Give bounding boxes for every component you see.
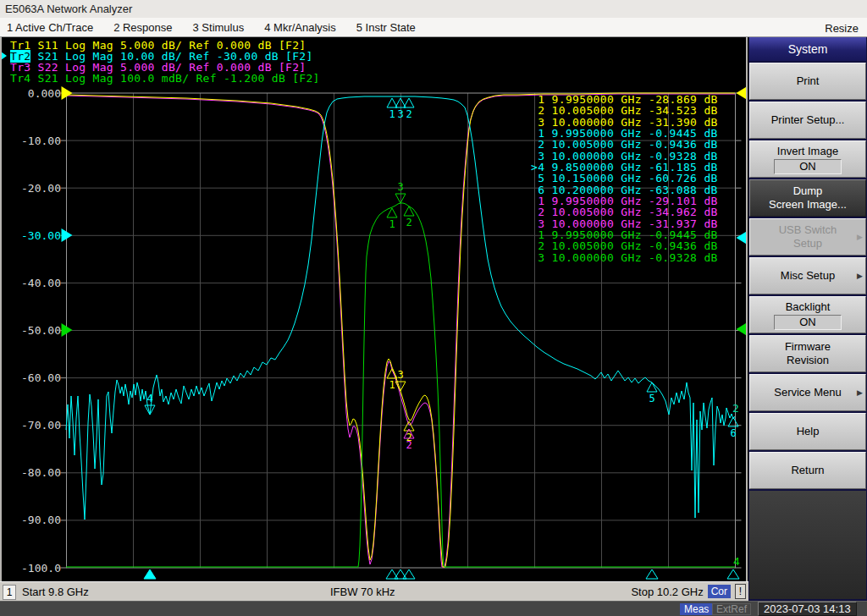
alert-badge[interactable]: ! (735, 584, 746, 599)
softkey-label: Screen Image... (769, 198, 847, 212)
marker-triangle-icon (404, 206, 414, 216)
marker-number: 2 (406, 439, 411, 451)
marker-stimulus-indicator (403, 569, 415, 579)
y-axis-label: 0.000 (28, 87, 61, 100)
marker-table-row: 3 10.000000 GHz -31.390 dB (531, 117, 718, 128)
marker-number: 6 (730, 427, 736, 439)
resize-button[interactable]: Resize (825, 22, 859, 35)
marker-table-row: 2 10.005000 GHz -0.9436 dB (531, 139, 718, 150)
marker-stimulus-indicator (386, 569, 398, 579)
marker-tr2-1: 1 (387, 98, 397, 120)
softkey-service-menu[interactable]: Service Menu▶ (749, 374, 866, 411)
softkey-label: Backlight (786, 300, 831, 314)
softkey-menu-title: System (749, 37, 866, 61)
softkey-invert-image[interactable]: Invert ImageON (749, 140, 866, 178)
softkey-misc-setup[interactable]: Misc Setup▶ (749, 257, 866, 294)
y-axis-label: -10.00 (21, 135, 61, 147)
softkey-print[interactable]: Print (749, 63, 866, 100)
softkey-return[interactable]: Return (749, 452, 866, 489)
marker-stimulus-indicator (144, 569, 156, 579)
marker-number: 1 (389, 108, 395, 120)
marker-table-row: 6 10.200000 GHz -63.088 dB (531, 184, 718, 195)
softkey-printer-setup[interactable]: Printer Setup... (749, 102, 866, 139)
marker-table-row: 2 10.005000 GHz -34.962 dB (531, 206, 718, 217)
y-axis-label: -100.0 (21, 562, 61, 575)
softkey-label: USB Switch (779, 223, 837, 237)
marker-stimulus-indicator (646, 569, 658, 579)
marker-table-row: 3 10.000000 GHz -0.9328 dB (531, 151, 718, 162)
marker-tr4-1: 1 (387, 208, 397, 230)
screen-border-right (746, 37, 748, 581)
marker-table: 1 9.9950000 GHz -28.869 dB 2 10.005000 G… (531, 94, 718, 263)
window-title: E5063A Network Analyzer (5, 3, 132, 15)
submenu-arrow-icon: ▶ (857, 230, 863, 244)
extref-status-badge: ExtRef (712, 603, 751, 615)
y-axis-label: -20.00 (21, 182, 61, 195)
y-axis-label: -60.00 (21, 371, 61, 384)
e5063a-window: E5063A Network Analyzer 1 Active Ch/Trac… (0, 0, 867, 616)
y-axis-label: -50.00 (21, 324, 61, 337)
y-axis-label: -80.00 (21, 466, 61, 479)
edge-marker-number: 4 (733, 555, 740, 568)
marker-tr2-2: 2 (404, 98, 414, 120)
softkey-filler (749, 491, 866, 599)
menu-stimulus[interactable]: 3 Stimulus (193, 21, 245, 34)
marker-table-row: 1 9.9950000 GHz -28.869 dB (531, 94, 718, 105)
marker-triangle-icon (647, 382, 657, 392)
marker-tr4-2: 2 (404, 206, 414, 228)
softkey-label: Revision (787, 354, 829, 367)
title-bar: E5063A Network Analyzer (0, 0, 867, 18)
instrument-status-bar: Meas ExtRef 2023-07-03 14:13 (0, 601, 867, 616)
marker-triangle-icon (404, 98, 414, 107)
marker-number: 1 (389, 379, 395, 391)
marker-stimulus-indicator (727, 569, 739, 579)
softkey-label: Firmware (785, 340, 831, 354)
softkey-label: Invert Image (777, 145, 838, 158)
marker-table-row: 3 10.000000 GHz -31.937 dB (531, 218, 718, 229)
marker-number: 1 (389, 218, 395, 230)
marker-table-row: >4 9.8500000 GHz -61.185 dB (531, 162, 718, 173)
trace-id-tr4[interactable]: Tr4 (10, 72, 30, 85)
edge-marker-number: 2 (732, 402, 739, 415)
menu-instr-state[interactable]: 5 Instr State (356, 21, 416, 34)
marker-table-row: 1 9.9950000 GHz -0.9445 dB (531, 128, 718, 139)
menu-mkr-analysis[interactable]: 4 Mkr/Analysis (264, 21, 336, 34)
stop-frequency-label: Stop 10.2 GHz (631, 586, 703, 598)
menu-response[interactable]: 2 Response (113, 21, 172, 34)
marker-triangle-icon (387, 208, 397, 217)
menu-bar: 1 Active Ch/Trace2 Response3 Stimulus4 M… (0, 18, 867, 37)
submenu-arrow-icon: ▶ (857, 386, 863, 399)
marker-number: 2 (406, 108, 411, 120)
softkey-label: Misc Setup (781, 269, 835, 283)
marker-number: 3 (397, 108, 403, 120)
marker-table-row: 5 10.150000 GHz -60.726 dB (531, 173, 718, 184)
trace-params: S21 Log Mag 100.0 mdB/ Ref -1.200 dB [F2… (30, 72, 319, 85)
softkey-label: Service Menu (774, 386, 841, 399)
softkey-toggle-state: ON (774, 159, 842, 174)
softkey-firmware-revision[interactable]: FirmwareRevision (749, 335, 866, 372)
marker-table-row: 1 9.9950000 GHz -0.9445 dB (531, 229, 718, 240)
submenu-arrow-icon: ▶ (857, 269, 863, 283)
y-axis-label: -90.00 (21, 514, 61, 526)
analyzer-screen: 0.000-10.00-20.00-30.00-40.00-50.00-60.0… (0, 37, 748, 581)
marker-number: 2 (406, 217, 411, 228)
ifbw-label: IFBW 70 kHz (330, 586, 395, 598)
menu-active-ch-trace[interactable]: 1 Active Ch/Trace (7, 21, 93, 34)
trace-definitions: Tr1 S11 Log Mag 5.000 dB/ Ref 0.000 dB [… (10, 40, 320, 84)
marker-number: 3 (397, 369, 403, 381)
marker-stimulus-indicator (395, 569, 406, 579)
datetime-display: 2023-07-03 14:13 (758, 602, 857, 616)
softkey-menu: System PrintPrinter Setup...Invert Image… (748, 37, 867, 601)
trace-def-tr4: Tr4 S21 Log Mag 100.0 mdB/ Ref -1.200 dB… (10, 73, 320, 84)
y-axis-label: -30.00 (21, 229, 61, 242)
softkey-label: Dump (793, 184, 823, 198)
softkey-help[interactable]: Help (749, 413, 866, 450)
marker-number: 4 (146, 393, 152, 404)
y-axis-label: -40.00 (21, 277, 61, 289)
y-axis-label: -70.00 (21, 419, 61, 432)
marker-number: 3 (397, 181, 403, 193)
start-frequency-label: Start 9.8 GHz (22, 586, 89, 598)
softkey-dump-screen-image[interactable]: DumpScreen Image... (749, 179, 866, 217)
marker-triangle-icon (387, 98, 397, 107)
softkey-backlight[interactable]: BacklightON (749, 296, 866, 333)
